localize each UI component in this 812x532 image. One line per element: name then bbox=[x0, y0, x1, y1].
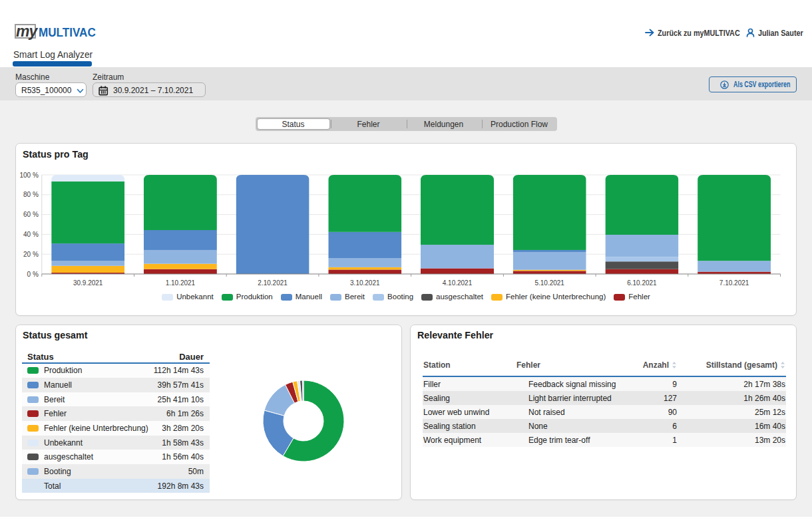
svg-text:20 %: 20 % bbox=[23, 251, 39, 258]
svg-text:6.10.2021: 6.10.2021 bbox=[627, 279, 657, 287]
svg-text:4.10.2021: 4.10.2021 bbox=[443, 279, 473, 287]
svg-text:1.10.2021: 1.10.2021 bbox=[166, 279, 196, 287]
svg-text:60 %: 60 % bbox=[23, 211, 39, 218]
svg-text:30.9.2021: 30.9.2021 bbox=[73, 279, 103, 287]
svg-text:80 %: 80 % bbox=[23, 191, 39, 198]
svg-text:7.10.2021: 7.10.2021 bbox=[719, 279, 749, 287]
svg-text:2.10.2021: 2.10.2021 bbox=[258, 279, 288, 287]
svg-text:5.10.2021: 5.10.2021 bbox=[534, 279, 564, 287]
svg-text:0 %: 0 % bbox=[27, 271, 39, 278]
svg-text:40 %: 40 % bbox=[23, 231, 39, 238]
svg-text:100 %: 100 % bbox=[19, 172, 38, 179]
svg-text:3.10.2021: 3.10.2021 bbox=[350, 279, 380, 287]
